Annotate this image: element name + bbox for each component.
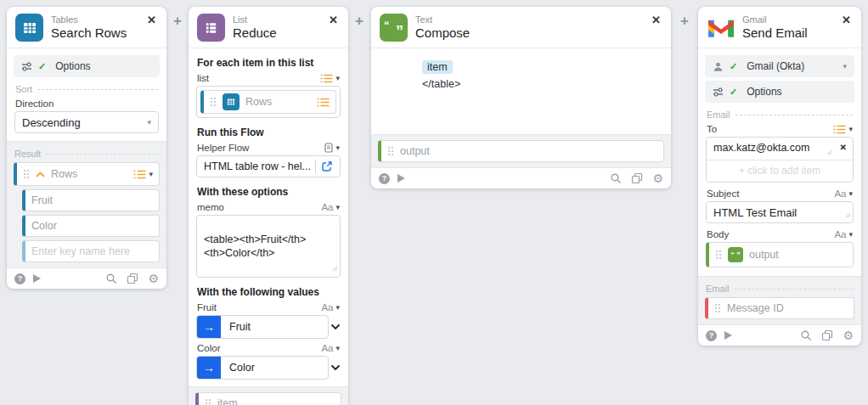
action-name: Reduce [233,25,277,41]
collapse-chevron-icon[interactable] [36,172,45,177]
card-tables-search-rows: Tables Search Rows ✕ ✓ Options Sort Dire… [7,7,166,289]
subject-input[interactable]: HTML Test Email [706,201,854,223]
rows-value-label: Rows [245,96,272,108]
card-header: Tables Search Rows ✕ [7,7,166,48]
text-type-control[interactable]: Aa ▾ [321,302,340,312]
color-value-input[interactable]: → Color [196,356,329,380]
key-field-new[interactable]: Enter key name here [22,240,160,262]
quotes-icon: “ ” [380,14,408,42]
fruit-value-input[interactable]: → Fruit [196,315,329,339]
copy-icon[interactable] [127,273,138,284]
fruit-field-label: Fruit [197,302,217,312]
caret-down-icon: ▾ [335,204,340,211]
drag-handle-icon[interactable] [387,146,394,156]
test-play-icon[interactable] [397,174,405,183]
resize-handle-icon[interactable] [332,262,338,275]
close-icon[interactable]: ✕ [650,14,662,27]
drag-handle-icon[interactable] [715,250,722,260]
remove-recipient-icon[interactable]: ✕ [840,143,847,152]
add-step-button[interactable]: + [675,12,694,31]
list-type-icon [833,125,846,134]
mapping-arrow-icon[interactable]: → [197,316,221,338]
help-icon[interactable]: ? [379,173,390,184]
options-button[interactable]: ✓ Options [705,81,854,103]
expand-chevron-icon[interactable] [330,364,341,371]
card-gmail-send-email: Gmail Send Email ✕ ✓ Gmail (Okta) ▾ ✓ Op… [698,7,861,346]
help-icon[interactable]: ? [706,330,717,341]
resize-handle-icon[interactable] [826,146,832,158]
copy-icon[interactable] [631,172,643,184]
search-icon[interactable] [610,172,622,184]
direction-select[interactable]: Descending ▾ [14,111,159,133]
divider [315,160,316,173]
resize-handle-icon[interactable] [845,208,851,221]
drag-handle-icon[interactable] [23,169,30,179]
drag-handle-icon[interactable] [210,97,217,107]
card-list-reduce: List Reduce ✕ For each item in this list… [189,7,348,405]
rows-value-chip[interactable]: Rows [200,90,336,114]
helper-flow-input[interactable]: HTML table row - hel... [196,155,341,177]
list-type-control[interactable]: ▾ [133,170,153,179]
search-icon[interactable] [800,329,812,341]
open-flow-link-icon[interactable] [321,160,333,172]
add-step-button[interactable]: + [350,12,369,31]
gear-icon[interactable]: ⚙ [843,329,854,341]
account-value: Gmail (Okta) [747,60,804,72]
test-play-icon[interactable] [33,274,41,283]
expand-chevron-icon[interactable] [330,323,341,330]
close-icon[interactable]: ✕ [840,14,853,27]
gear-icon[interactable]: ⚙ [148,273,159,284]
key-field-fruit[interactable]: Fruit [22,189,160,211]
drag-handle-icon[interactable] [205,398,211,405]
to-recipient-input[interactable]: max.katz@okta.com ✕ [707,138,853,160]
foreach-heading: For each item in this list [197,57,340,69]
flow-type-control[interactable]: ▾ [324,143,340,153]
text-type-control[interactable]: Aa ▾ [321,343,340,353]
copy-icon[interactable] [821,329,833,341]
text-type-control[interactable]: Aa ▾ [834,188,853,199]
message-id-output-chip[interactable]: Message ID [705,297,854,319]
caret-down-icon: ▾ [848,190,853,198]
memo-label: memo [197,202,224,212]
list-type-icon [133,170,146,179]
add-step-button[interactable]: + [168,12,187,31]
options-heading: With these options [197,186,340,198]
caret-down-icon: ▾ [147,119,151,127]
output-chip[interactable]: output [378,140,664,162]
key-name: Color [31,220,57,232]
card-header: Gmail Send Email ✕ [698,7,861,48]
output-item-chip[interactable]: item [195,392,341,405]
test-play-icon[interactable] [724,331,732,340]
close-icon[interactable]: ✕ [327,14,340,27]
list-input-box[interactable]: Rows [196,86,341,118]
text-type-control[interactable]: Aa ▾ [321,202,340,212]
search-icon[interactable] [105,273,117,284]
subject-field-label: Subject [707,188,739,199]
check-icon: ✓ [730,62,737,71]
email-section-label: Email [707,110,730,120]
compose-text-editor[interactable]: item </table> [371,48,671,134]
add-recipient-button[interactable]: + click to add item [707,160,853,182]
gear-icon[interactable]: ⚙ [652,172,663,184]
key-field-color[interactable]: Color [22,215,160,237]
close-icon[interactable]: ✕ [145,14,158,27]
list-type-icon [320,74,333,83]
list-field-label: list [197,73,209,83]
mapping-arrow-icon[interactable]: → [197,357,221,379]
drag-handle-icon[interactable] [714,303,721,313]
color-value: Color [221,362,263,374]
list-type-control[interactable]: ▾ [320,74,340,83]
help-icon[interactable]: ? [14,273,25,284]
account-selector[interactable]: ✓ Gmail (Okta) ▾ [705,55,854,77]
text-type-control[interactable]: Aa ▾ [834,229,853,239]
outputs-area: item [189,386,348,405]
outputs-area: output [371,134,671,167]
card-footer: ? ⚙ [371,167,671,188]
item-token-chip[interactable]: item [422,60,453,74]
list-type-control[interactable]: ▾ [833,125,853,134]
body-value-chip[interactable]: “ ” output [706,242,854,267]
memo-input[interactable]: <table><th>Fruit</th> <th>Color</th> [196,215,341,278]
color-field-label: Color [197,343,220,353]
output-rows-chip[interactable]: Rows ▾ [14,162,160,186]
options-button[interactable]: ✓ Options [14,55,160,77]
